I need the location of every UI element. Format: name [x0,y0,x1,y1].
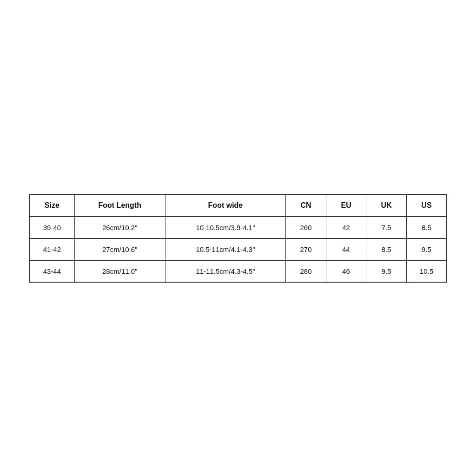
cell-uk: 9.5 [366,260,407,282]
header-uk: UK [366,194,407,217]
cell-foot-wide: 10.5-11cm/4.1-4.3" [165,238,286,260]
cell-foot-length: 26cm/10.2" [74,217,165,238]
cell-cn: 270 [286,238,326,260]
cell-eu: 44 [326,238,366,260]
cell-size: 43-44 [29,260,74,282]
cell-foot-wide: 11-11.5cm/4.3-4.5" [165,260,286,282]
cell-us: 10.5 [406,260,447,282]
cell-eu: 46 [326,260,366,282]
size-chart-container: Size Foot Length Foot wide CN EU UK US 3… [29,194,447,283]
cell-uk: 7.5 [366,217,407,238]
cell-foot-length: 28cm/11.0" [74,260,165,282]
cell-eu: 42 [326,217,366,238]
header-foot-length: Foot Length [74,194,165,217]
cell-foot-wide: 10-10.5cm/3.9-4.1" [165,217,286,238]
cell-us: 8.5 [406,217,447,238]
header-foot-wide: Foot wide [165,194,286,217]
table-row: 43-4428cm/11.0"11-11.5cm/4.3-4.5"280469.… [29,260,447,282]
cell-cn: 280 [286,260,326,282]
table-row: 41-4227cm/10.6"10.5-11cm/4.1-4.3"270448.… [29,238,447,260]
header-size: Size [29,194,74,217]
header-eu: EU [326,194,366,217]
cell-uk: 8.5 [366,238,407,260]
table-row: 39-4026cm/10.2"10-10.5cm/3.9-4.1"260427.… [29,217,447,238]
cell-cn: 260 [286,217,326,238]
header-us: US [406,194,447,217]
cell-size: 41-42 [29,238,74,260]
cell-us: 9.5 [406,238,447,260]
table-header-row: Size Foot Length Foot wide CN EU UK US [29,194,447,217]
size-chart-table: Size Foot Length Foot wide CN EU UK US 3… [29,194,447,283]
cell-size: 39-40 [29,217,74,238]
header-cn: CN [286,194,326,217]
cell-foot-length: 27cm/10.6" [74,238,165,260]
